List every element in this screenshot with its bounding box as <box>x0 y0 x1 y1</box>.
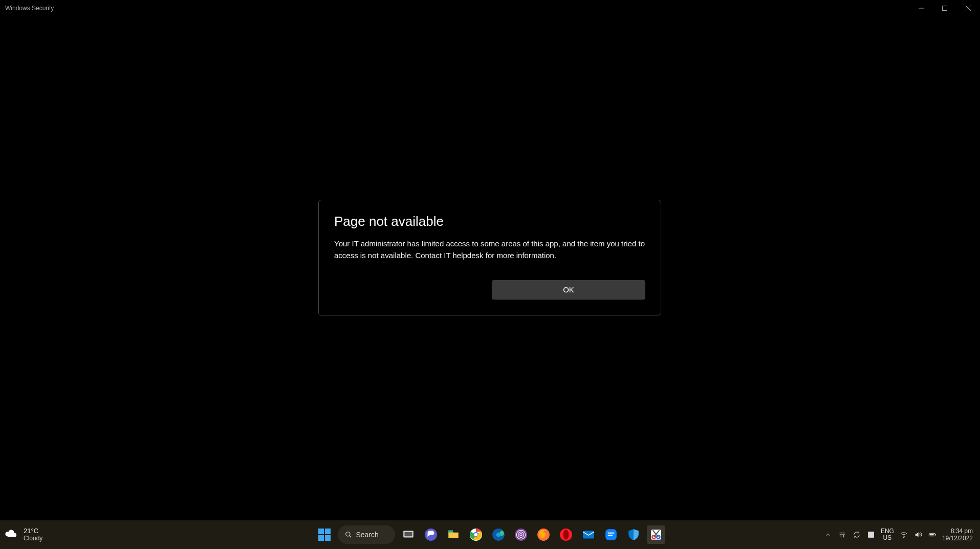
dialog-heading: Page not available <box>334 214 645 229</box>
page-not-available-dialog: Page not available Your IT administrator… <box>318 200 661 315</box>
clock-date: 19/12/2022 <box>942 535 973 542</box>
dialog-body: Your IT administrator has limited access… <box>334 238 645 262</box>
weather-desc: Cloudy <box>24 535 42 542</box>
file-explorer-icon[interactable] <box>444 525 463 544</box>
language-indicator[interactable]: ENG US <box>881 528 894 541</box>
svg-point-15 <box>496 533 500 537</box>
close-button[interactable] <box>956 0 980 16</box>
taskbar-right: M ENG US 8:34 pm 19/12/2022 <box>823 527 976 542</box>
task-view-icon[interactable] <box>399 525 418 544</box>
weather-text: 21°C Cloudy <box>24 527 42 541</box>
search-icon <box>345 531 352 538</box>
chat-icon[interactable] <box>422 525 440 544</box>
svg-point-4 <box>345 532 350 536</box>
snipping-tool-icon[interactable] <box>647 525 665 544</box>
title-bar: Windows Security <box>0 0 980 16</box>
tor-icon[interactable] <box>512 525 530 544</box>
taskbar-search[interactable]: Search <box>338 525 395 544</box>
minimize-button[interactable] <box>909 0 933 16</box>
window-controls <box>909 0 980 16</box>
svg-rect-7 <box>404 532 412 537</box>
svg-rect-39 <box>930 534 934 536</box>
opera-icon[interactable] <box>557 525 575 544</box>
tray-sync-icon[interactable] <box>852 530 861 539</box>
firefox-icon[interactable] <box>534 525 553 544</box>
svg-rect-9 <box>448 530 453 532</box>
svg-point-13 <box>474 533 477 537</box>
messaging-icon[interactable] <box>602 525 620 544</box>
search-label: Search <box>356 531 379 539</box>
edge-icon[interactable] <box>489 525 508 544</box>
weather-icon <box>4 527 18 542</box>
tray-app-icon[interactable]: M <box>866 530 876 539</box>
svg-point-36 <box>903 537 904 538</box>
svg-rect-38 <box>935 534 935 536</box>
windows-security-icon[interactable] <box>624 525 643 544</box>
weather-temp: 21°C <box>24 527 42 535</box>
window-title: Windows Security <box>5 5 54 12</box>
start-button[interactable] <box>315 525 334 544</box>
chrome-icon[interactable] <box>467 525 485 544</box>
lang-bottom: US <box>883 535 892 541</box>
wifi-icon[interactable] <box>899 530 908 539</box>
volume-icon[interactable] <box>913 530 923 539</box>
tray-input-icon[interactable] <box>838 530 847 539</box>
clock-time: 8:34 pm <box>951 527 973 535</box>
ok-button[interactable]: OK <box>492 280 645 300</box>
taskbar-clock[interactable]: 8:34 pm 19/12/2022 <box>942 527 976 542</box>
svg-rect-1 <box>943 6 947 11</box>
mail-icon[interactable] <box>579 525 598 544</box>
svg-rect-23 <box>583 531 594 538</box>
maximize-button[interactable] <box>933 0 956 16</box>
taskbar-left[interactable]: 21°C Cloudy <box>4 527 127 542</box>
battery-icon[interactable] <box>928 530 937 539</box>
taskbar-center: Search <box>315 525 665 544</box>
svg-text:M: M <box>869 533 873 537</box>
windows-logo-icon <box>318 529 331 541</box>
tray-chevron-icon[interactable] <box>823 530 833 539</box>
svg-line-5 <box>349 536 351 538</box>
svg-point-22 <box>563 530 569 540</box>
taskbar: 21°C Cloudy Search <box>0 520 980 549</box>
